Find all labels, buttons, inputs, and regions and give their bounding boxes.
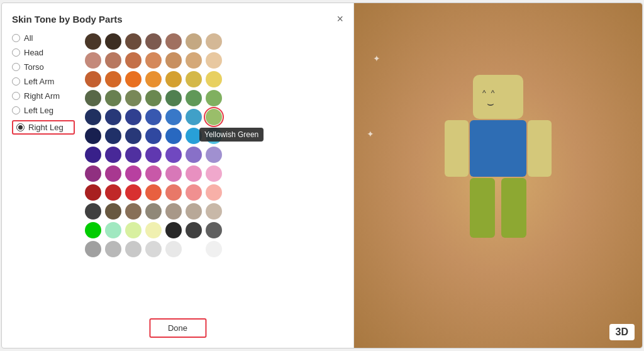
color-dot[interactable]: [125, 241, 142, 257]
color-dot[interactable]: [206, 71, 222, 87]
color-dot[interactable]: [165, 33, 182, 50]
color-dot[interactable]: [165, 222, 182, 238]
color-dot[interactable]: [85, 241, 101, 257]
color-dot[interactable]: [206, 222, 222, 238]
color-dot[interactable]: [85, 109, 101, 125]
color-dot[interactable]: [145, 203, 162, 220]
color-dot[interactable]: [105, 241, 121, 257]
color-dot[interactable]: [85, 52, 101, 69]
color-dot[interactable]: [85, 71, 101, 87]
color-dot[interactable]: [125, 165, 142, 182]
color-dot[interactable]: [186, 165, 202, 182]
color-dot[interactable]: [105, 90, 121, 106]
color-dot[interactable]: [105, 147, 121, 163]
color-dot[interactable]: [85, 203, 101, 220]
color-dot[interactable]: [165, 147, 182, 163]
color-dot[interactable]: [145, 90, 162, 106]
color-dot[interactable]: [105, 33, 121, 50]
color-dot[interactable]: [165, 203, 182, 220]
body-part-right-arm[interactable]: Right Arm: [12, 91, 75, 101]
color-dot[interactable]: [165, 90, 182, 106]
body-part-all[interactable]: All: [12, 33, 75, 43]
color-dot[interactable]: [206, 147, 222, 163]
color-dot[interactable]: [206, 241, 222, 257]
color-dot[interactable]: [105, 222, 121, 238]
color-dot[interactable]: [206, 33, 222, 50]
done-button[interactable]: Done: [149, 318, 206, 338]
color-dot[interactable]: [165, 184, 182, 201]
color-dot[interactable]: [206, 203, 222, 220]
color-dot[interactable]: [85, 90, 101, 106]
color-dot[interactable]: [105, 109, 121, 125]
color-dot[interactable]: [85, 33, 101, 50]
color-dot[interactable]: [206, 52, 222, 69]
color-dot[interactable]: [145, 241, 162, 257]
color-dot[interactable]: [145, 52, 162, 69]
body-part-all-label: All: [24, 33, 33, 43]
color-dot[interactable]: [165, 71, 182, 87]
color-dot[interactable]: [85, 165, 101, 182]
color-dot[interactable]: [206, 184, 222, 201]
color-dot[interactable]: [125, 109, 142, 125]
color-dot[interactable]: [85, 184, 101, 201]
color-dot[interactable]: [186, 33, 202, 50]
color-dot[interactable]: [186, 147, 202, 163]
color-dot[interactable]: [186, 128, 202, 144]
color-dot[interactable]: [145, 184, 162, 201]
radio-left-leg: [12, 106, 20, 114]
color-dot[interactable]: [165, 109, 182, 125]
color-dot[interactable]: [145, 33, 162, 50]
color-dot[interactable]: [125, 184, 142, 201]
color-dot[interactable]: [105, 184, 121, 201]
color-dot[interactable]: [105, 52, 121, 69]
color-dot[interactable]: [186, 184, 202, 201]
color-dot[interactable]: [125, 203, 142, 220]
body-part-head[interactable]: Head: [12, 48, 75, 57]
body-part-torso[interactable]: Torso: [12, 62, 75, 72]
color-dot[interactable]: [125, 90, 142, 106]
close-button[interactable]: ×: [336, 13, 343, 25]
color-dot[interactable]: [85, 222, 101, 238]
body-part-right-leg[interactable]: Right Leg: [12, 120, 75, 135]
body-part-right-arm-label: Right Arm: [24, 91, 60, 101]
color-dot[interactable]: [165, 128, 182, 144]
radio-right-arm: [12, 92, 20, 100]
color-dot[interactable]: [85, 128, 101, 144]
color-dot[interactable]: [186, 90, 202, 106]
color-dot[interactable]: [145, 109, 162, 125]
color-dot[interactable]: [125, 71, 142, 87]
character-background: ✦ ✦ 3D: [354, 3, 642, 348]
color-dot[interactable]: [125, 147, 142, 163]
color-dot[interactable]: [105, 128, 121, 144]
color-dot[interactable]: [105, 71, 121, 87]
color-dot[interactable]: [186, 222, 202, 238]
color-dot[interactable]: [165, 165, 182, 182]
color-dot[interactable]: [206, 90, 222, 106]
color-dot[interactable]: [125, 52, 142, 69]
color-dot[interactable]: [105, 203, 121, 220]
panel-title: Skin Tone by Body Parts: [12, 14, 123, 25]
color-dot[interactable]: [186, 109, 202, 125]
color-dot[interactable]: [186, 241, 202, 257]
color-dot[interactable]: [85, 147, 101, 163]
color-dot[interactable]: [165, 52, 182, 69]
color-dot[interactable]: [105, 165, 121, 182]
color-dot[interactable]: [145, 222, 162, 238]
color-dot[interactable]: [145, 165, 162, 182]
color-dot[interactable]: [186, 52, 202, 69]
color-dot[interactable]: [206, 165, 222, 182]
color-dot[interactable]: [145, 128, 162, 144]
color-dot[interactable]: [165, 241, 182, 257]
color-dot[interactable]: Yellowish Green: [206, 109, 222, 125]
color-dot[interactable]: [125, 128, 142, 144]
color-dot[interactable]: [125, 33, 142, 50]
color-dot[interactable]: [145, 71, 162, 87]
color-dot[interactable]: [186, 71, 202, 87]
body-part-left-arm[interactable]: Left Arm: [12, 77, 75, 86]
body-part-left-leg[interactable]: Left Leg: [12, 106, 75, 115]
color-dot[interactable]: [206, 128, 222, 144]
color-dot[interactable]: [186, 203, 202, 220]
sparkle-1: ✦: [373, 53, 380, 64]
color-dot[interactable]: [125, 222, 142, 238]
color-dot[interactable]: [145, 147, 162, 163]
